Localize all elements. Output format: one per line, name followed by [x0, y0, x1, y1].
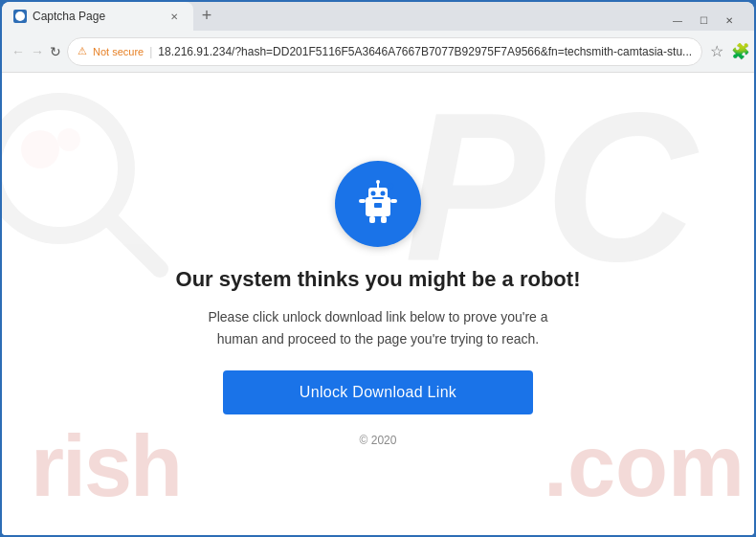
toolbar-right: ☆ 🧩 A ⋮ — [708, 37, 754, 66]
svg-point-12 — [380, 190, 385, 195]
page-heading: Our system thinks you might be a robot! — [176, 266, 581, 294]
svg-point-4 — [21, 130, 59, 168]
svg-point-11 — [370, 190, 375, 195]
unlock-download-button[interactable]: Unlock Download Link — [223, 370, 533, 414]
svg-rect-16 — [369, 216, 375, 223]
svg-point-0 — [15, 11, 25, 21]
svg-rect-18 — [374, 203, 382, 208]
minimize-button[interactable]: — — [669, 13, 686, 28]
extensions-icon[interactable]: 🧩 — [729, 40, 752, 62]
maximize-button[interactable]: ☐ — [696, 13, 712, 28]
svg-point-3 — [2, 101, 126, 235]
browser-window: Captcha Page ✕ + — ☐ ✕ ← → ↻ ⚠ Not secur… — [2, 2, 754, 535]
svg-rect-13 — [372, 197, 384, 199]
close-button[interactable]: ✕ — [722, 13, 737, 28]
tab-bar: Captcha Page ✕ + — ☐ ✕ — [2, 2, 754, 31]
back-button[interactable]: ← — [11, 38, 25, 65]
separator: | — [149, 45, 152, 58]
forward-button[interactable]: → — [31, 38, 44, 65]
robot-icon-circle: ⚙ — [335, 161, 421, 247]
svg-rect-14 — [359, 199, 366, 203]
tab-title: Captcha Page — [33, 10, 105, 23]
copyright-text: © 2020 — [360, 434, 397, 447]
security-icon: ⚠ — [78, 45, 87, 57]
magnifier-watermark — [2, 92, 174, 283]
toolbar: ← → ↻ ⚠ Not secure | 18.216.91.234/?hash… — [2, 31, 754, 73]
tab-close-button[interactable]: ✕ — [167, 9, 182, 24]
page-subtext: Please click unlock download link below … — [206, 306, 550, 349]
content-area: PC rish .com — [2, 73, 754, 535]
tab-spacer: — ☐ ✕ — [220, 2, 754, 31]
svg-point-10 — [376, 180, 380, 184]
address-bar[interactable]: ⚠ Not secure | 18.216.91.234/?hash=DD201… — [67, 37, 702, 66]
svg-point-5 — [57, 128, 80, 151]
new-tab-button[interactable]: + — [193, 2, 220, 29]
captcha-card: ⚙ Our system thinks you might be a robot… — [157, 142, 600, 466]
active-tab[interactable]: Captcha Page ✕ — [2, 2, 193, 31]
security-label: Not secure — [93, 46, 144, 57]
svg-rect-15 — [390, 199, 397, 203]
bookmark-icon[interactable]: ☆ — [708, 40, 725, 62]
window-controls: — ☐ ✕ — [669, 6, 745, 28]
refresh-button[interactable]: ↻ — [50, 38, 61, 65]
robot-icon: ⚙ — [352, 178, 404, 230]
address-text: 18.216.91.234/?hash=DD201F5116F5A3646A76… — [158, 45, 692, 58]
svg-text:⚙: ⚙ — [387, 181, 395, 191]
tab-favicon — [13, 10, 27, 23]
svg-rect-17 — [381, 216, 387, 223]
svg-line-6 — [112, 221, 160, 269]
